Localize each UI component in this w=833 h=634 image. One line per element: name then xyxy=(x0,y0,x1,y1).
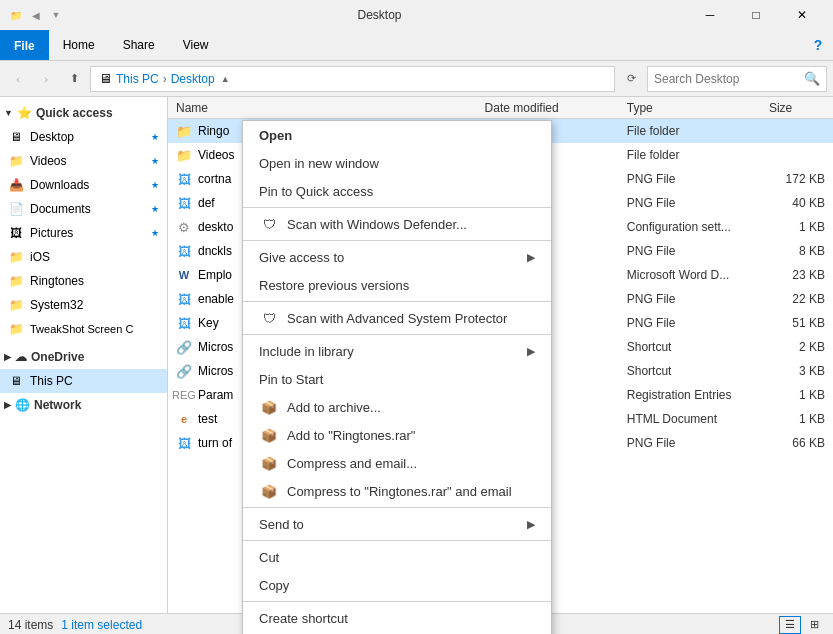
desktop-icon: 🖥 xyxy=(8,129,24,145)
title-bar-icons: 📁 ◀ ▼ xyxy=(8,7,64,23)
file-type: Registration Entries xyxy=(619,388,761,402)
image-icon: 🖼 xyxy=(176,171,192,187)
sidebar-section-onedrive[interactable]: ▶ ☁ OneDrive xyxy=(0,345,167,369)
videos-icon: 📁 xyxy=(8,153,24,169)
file-label: Micros xyxy=(198,340,233,354)
cm-add-archive[interactable]: 📦 Add to archive... xyxy=(243,393,551,421)
cm-pin-start[interactable]: Pin to Start xyxy=(243,365,551,393)
cm-copy[interactable]: Copy xyxy=(243,571,551,599)
title-bar: 📁 ◀ ▼ Desktop ─ □ ✕ xyxy=(0,0,833,30)
file-type: HTML Document xyxy=(619,412,761,426)
reg-icon: REG xyxy=(176,387,192,403)
cm-pin-quickaccess[interactable]: Pin to Quick access xyxy=(243,177,551,205)
quickaccess-icon: ⭐ xyxy=(17,106,32,120)
file-label: Emplo xyxy=(198,268,232,282)
minimize-button[interactable]: ─ xyxy=(687,0,733,30)
address-bar: ‹ › ⬆ 🖥 This PC › Desktop ▲ ⟳ 🔍 xyxy=(0,61,833,97)
details-view-button[interactable]: ⊞ xyxy=(803,616,825,634)
path-icon: 🖥 xyxy=(99,71,112,86)
sidebar-item-ios[interactable]: 📁 iOS xyxy=(0,245,167,269)
sidebar-item-ringtones[interactable]: 📁 Ringtones xyxy=(0,269,167,293)
col-header-date[interactable]: Date modified xyxy=(477,97,619,118)
file-size: 23 KB xyxy=(761,268,833,282)
dropdown-icon[interactable]: ▼ xyxy=(48,7,64,23)
maximize-button[interactable]: □ xyxy=(733,0,779,30)
col-header-size[interactable]: Size xyxy=(761,97,833,118)
cm-compress-ringtones-email[interactable]: 📦 Compress to "Ringtones.rar" and email xyxy=(243,477,551,505)
sidebar-label-documents: Documents xyxy=(30,202,91,216)
up-button[interactable]: ⬆ xyxy=(62,67,86,91)
sidebar-item-desktop[interactable]: 🖥 Desktop ★ xyxy=(0,125,167,149)
col-header-type[interactable]: Type xyxy=(619,97,761,118)
file-type: Shortcut xyxy=(619,364,761,378)
cm-add-ringtones-rar[interactable]: 📦 Add to "Ringtones.rar" xyxy=(243,421,551,449)
tab-share[interactable]: Share xyxy=(109,30,169,60)
path-crumb-thispc[interactable]: This PC xyxy=(116,72,159,86)
cm-compress-email[interactable]: 📦 Compress and email... xyxy=(243,449,551,477)
file-label: cortna xyxy=(198,172,231,186)
archive-icon-3: 📦 xyxy=(259,453,279,473)
chevron-icon: ▼ xyxy=(4,108,13,118)
cm-scan-asp[interactable]: 🛡 Scan with Advanced System Protector xyxy=(243,304,551,332)
file-label: Micros xyxy=(198,364,233,378)
cm-cut[interactable]: Cut xyxy=(243,543,551,571)
path-crumb-desktop[interactable]: Desktop xyxy=(171,72,215,86)
cm-open[interactable]: Open xyxy=(243,121,551,149)
sidebar-section-quickaccess[interactable]: ▼ ⭐ Quick access xyxy=(0,101,167,125)
list-view-button[interactable]: ☰ xyxy=(779,616,801,634)
sidebar-section-network[interactable]: ▶ 🌐 Network xyxy=(0,393,167,417)
pinned-icon: ★ xyxy=(151,132,159,142)
ios-icon: 📁 xyxy=(8,249,24,265)
system32-icon: 📁 xyxy=(8,297,24,313)
tab-view[interactable]: View xyxy=(169,30,223,60)
search-box[interactable]: 🔍 xyxy=(647,66,827,92)
cm-restore-versions[interactable]: Restore previous versions xyxy=(243,271,551,299)
file-label: def xyxy=(198,196,215,210)
file-size: 66 KB xyxy=(761,436,833,450)
file-size: 2 KB xyxy=(761,340,833,354)
file-label: deskto xyxy=(198,220,233,234)
window-controls: ─ □ ✕ xyxy=(687,0,825,30)
sidebar-item-thispc[interactable]: 🖥 This PC xyxy=(0,369,167,393)
cm-sep-6 xyxy=(243,540,551,541)
config-icon: ⚙ xyxy=(176,219,192,235)
cm-create-shortcut[interactable]: Create shortcut xyxy=(243,604,551,632)
cm-send-to[interactable]: Send to ▶ xyxy=(243,510,551,538)
sidebar-item-tweakshot[interactable]: 📁 TweakShot Screen C xyxy=(0,317,167,341)
thispc-icon: 🖥 xyxy=(8,373,24,389)
file-label: Videos xyxy=(198,148,234,162)
search-input[interactable] xyxy=(654,72,804,86)
file-label: turn of xyxy=(198,436,232,450)
pinned-icon-documents: ★ xyxy=(151,204,159,214)
network-icon: 🌐 xyxy=(15,398,30,412)
cm-include-library[interactable]: Include in library ▶ xyxy=(243,337,551,365)
sidebar: ▼ ⭐ Quick access 🖥 Desktop ★ 📁 Videos ★ … xyxy=(0,97,168,613)
sidebar-item-downloads[interactable]: 📥 Downloads ★ xyxy=(0,173,167,197)
back-button[interactable]: ‹ xyxy=(6,67,30,91)
folder-icon-ringtones: 📁 xyxy=(176,123,192,139)
archive-icon-2: 📦 xyxy=(259,425,279,445)
sidebar-item-videos[interactable]: 📁 Videos ★ xyxy=(0,149,167,173)
address-path[interactable]: 🖥 This PC › Desktop ▲ xyxy=(90,66,615,92)
tab-file[interactable]: File xyxy=(0,30,49,60)
help-button[interactable]: ? xyxy=(803,30,833,60)
close-button[interactable]: ✕ xyxy=(779,0,825,30)
file-type: PNG File xyxy=(619,436,761,450)
sidebar-item-pictures[interactable]: 🖼 Pictures ★ xyxy=(0,221,167,245)
forward-button[interactable]: › xyxy=(34,67,58,91)
cm-give-access[interactable]: Give access to ▶ xyxy=(243,243,551,271)
file-size: 1 KB xyxy=(761,388,833,402)
tab-home[interactable]: Home xyxy=(49,30,109,60)
sidebar-label-videos: Videos xyxy=(30,154,66,168)
file-list-header: Name Date modified Type Size xyxy=(168,97,833,119)
image-icon-enable: 🖼 xyxy=(176,291,192,307)
path-separator: › xyxy=(163,72,167,86)
asp-icon: 🛡 xyxy=(259,308,279,328)
cm-open-new-window[interactable]: Open in new window xyxy=(243,149,551,177)
col-header-name[interactable]: Name xyxy=(168,97,477,118)
tweakshot-icon: 📁 xyxy=(8,321,24,337)
refresh-button[interactable]: ⟳ xyxy=(619,67,643,91)
sidebar-item-documents[interactable]: 📄 Documents ★ xyxy=(0,197,167,221)
sidebar-item-system32[interactable]: 📁 System32 xyxy=(0,293,167,317)
cm-scan-defender[interactable]: 🛡 Scan with Windows Defender... xyxy=(243,210,551,238)
